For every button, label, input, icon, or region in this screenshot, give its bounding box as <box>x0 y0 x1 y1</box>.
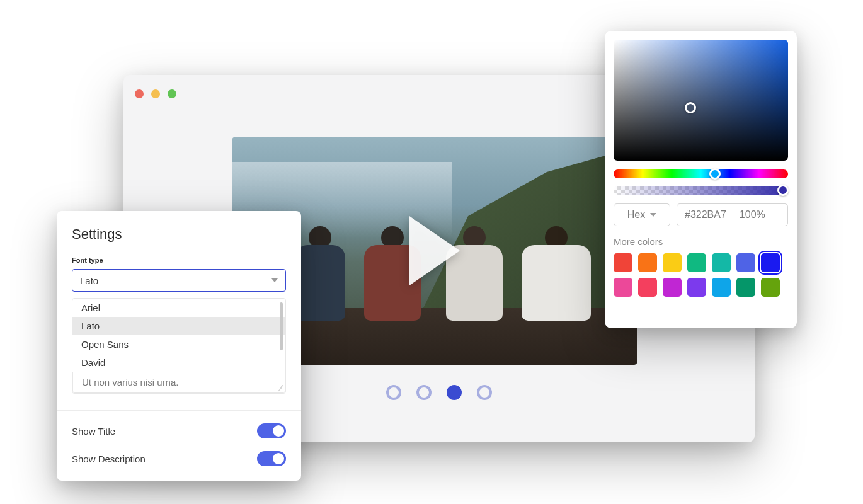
font-option[interactable]: David <box>72 353 285 372</box>
window-controls <box>135 89 176 98</box>
show-description-toggle[interactable] <box>257 451 286 466</box>
color-swatch[interactable] <box>687 253 706 272</box>
alpha-thumb[interactable] <box>777 185 789 196</box>
show-title-toggle[interactable] <box>257 423 286 438</box>
separator <box>733 209 733 221</box>
play-icon[interactable] <box>409 216 460 285</box>
color-format-label: Hex <box>627 209 645 220</box>
hue-thumb[interactable] <box>709 168 721 180</box>
maximize-window-icon[interactable] <box>168 89 176 98</box>
pagination-dot[interactable] <box>416 385 432 400</box>
color-swatch[interactable] <box>614 253 632 272</box>
color-swatch[interactable] <box>736 253 755 272</box>
show-title-row: Show Title <box>72 411 286 451</box>
swatch-grid <box>614 253 788 297</box>
pagination-dot[interactable] <box>386 385 401 400</box>
more-colors-label: More colors <box>614 236 788 247</box>
hue-slider[interactable] <box>614 169 788 178</box>
font-type-dropdown: ArielLatoOpen SansDavid Ut non varius ni… <box>72 298 286 394</box>
alpha-slider[interactable] <box>614 186 788 195</box>
person-silhouette <box>522 226 591 321</box>
description-textarea[interactable]: Ut non varius nisi urna. <box>72 372 285 393</box>
color-swatch[interactable] <box>736 278 755 297</box>
carousel-pagination <box>386 385 492 400</box>
color-swatch[interactable] <box>614 278 632 297</box>
font-type-selected-value: Lato <box>80 275 98 286</box>
chevron-down-icon <box>271 278 278 282</box>
color-swatch[interactable] <box>712 278 731 297</box>
show-description-row: Show Description <box>72 451 286 479</box>
close-window-icon[interactable] <box>135 89 144 98</box>
color-swatch[interactable] <box>761 278 780 297</box>
color-swatch[interactable] <box>712 253 731 272</box>
font-option[interactable]: Lato <box>72 317 285 335</box>
minimize-window-icon[interactable] <box>151 89 160 98</box>
color-swatch[interactable] <box>663 253 682 272</box>
color-format-select[interactable]: Hex <box>614 203 670 226</box>
person-silhouette <box>295 226 345 321</box>
settings-panel: Settings Font type Lato ArielLatoOpen Sa… <box>57 211 301 481</box>
chevron-down-icon <box>650 213 656 217</box>
color-swatch[interactable] <box>638 278 657 297</box>
font-type-label: Font type <box>72 256 286 264</box>
pagination-dot[interactable] <box>477 385 492 400</box>
scrollbar[interactable] <box>280 302 283 350</box>
color-swatch[interactable] <box>761 253 780 272</box>
resize-handle-icon[interactable] <box>276 384 283 391</box>
color-hex-value: #322BA7 <box>685 209 726 220</box>
color-swatch[interactable] <box>638 253 657 272</box>
color-opacity-value: 100% <box>740 209 765 220</box>
color-swatch[interactable] <box>663 278 682 297</box>
pagination-dot[interactable] <box>447 385 462 400</box>
font-type-select[interactable]: Lato <box>72 269 286 292</box>
show-description-label: Show Description <box>72 454 146 464</box>
color-picker-panel: Hex #322BA7 100% More colors <box>605 31 797 328</box>
settings-title: Settings <box>72 226 286 243</box>
show-title-label: Show Title <box>72 426 115 437</box>
saturation-cursor-icon[interactable] <box>685 102 696 113</box>
saturation-area[interactable] <box>614 40 788 161</box>
color-swatch[interactable] <box>687 278 706 297</box>
textarea-value: Ut non varius nisi urna. <box>82 377 178 387</box>
color-format-row: Hex #322BA7 100% <box>614 203 788 226</box>
font-option[interactable]: Open Sans <box>72 335 285 353</box>
color-value-input[interactable]: #322BA7 100% <box>677 203 788 226</box>
font-option[interactable]: Ariel <box>72 299 285 317</box>
